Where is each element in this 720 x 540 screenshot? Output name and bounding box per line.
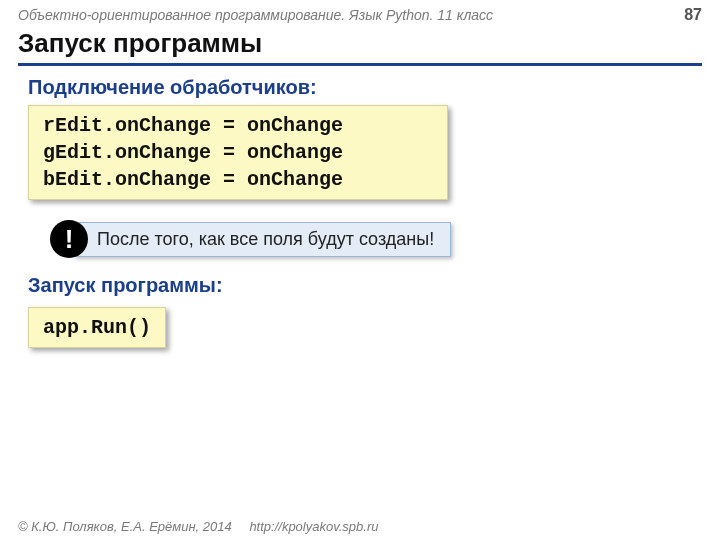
callout: ! После того, как все поля будут созданы…	[50, 220, 692, 258]
code-run: app.Run()	[28, 307, 166, 348]
section-run-label: Запуск программы:	[28, 274, 692, 297]
slide-footer: © К.Ю. Поляков, Е.А. Ерёмин, 2014 http:/…	[18, 519, 378, 534]
slide-content: Подключение обработчиков: rEdit.onChange…	[0, 66, 720, 348]
course-name: Объектно-ориентированное программировани…	[18, 7, 493, 23]
copyright: © К.Ю. Поляков, Е.А. Ерёмин, 2014	[18, 519, 232, 534]
title-area: Запуск программы	[0, 24, 720, 66]
section-handlers-label: Подключение обработчиков:	[28, 76, 692, 99]
footer-url: http://kpolyakov.spb.ru	[249, 519, 378, 534]
code-handlers: rEdit.onChange = onChange gEdit.onChange…	[28, 105, 448, 200]
callout-text: После того, как все поля будут созданы!	[74, 222, 451, 257]
slide-header: Объектно-ориентированное программировани…	[0, 0, 720, 24]
exclaim-icon: !	[50, 220, 88, 258]
page-number: 87	[684, 6, 702, 24]
slide-title: Запуск программы	[18, 28, 702, 61]
